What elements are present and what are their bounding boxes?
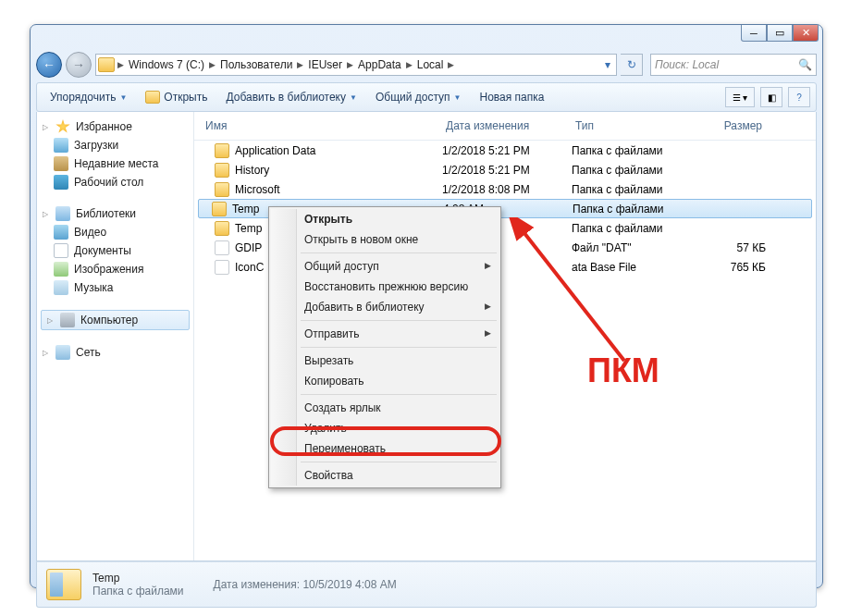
libraries-icon [55, 206, 70, 221]
help-button[interactable]: ? [788, 87, 810, 107]
chevron-right-icon[interactable]: ▶ [296, 60, 304, 69]
sidebar-network[interactable]: Сеть [37, 343, 193, 362]
sidebar-recent[interactable]: Недавние места [37, 154, 193, 173]
preview-pane-button[interactable]: ◧ [760, 87, 782, 107]
breadcrumb-seg[interactable]: Local [413, 56, 448, 73]
ctx-open-new-window[interactable]: Открыть в новом окне [271, 229, 499, 250]
table-row[interactable]: Microsoft1/2/2018 8:08 PMПапка с файлами [194, 179, 816, 199]
star-icon [55, 119, 70, 134]
col-size[interactable]: Размер [701, 117, 766, 134]
sidebar-videos[interactable]: Видео [37, 223, 193, 241]
nav-bar: ← → ▶ Windows 7 (C:) ▶ Пользователи ▶ IE… [36, 51, 817, 79]
ctx-send-to[interactable]: Отправить▶ [271, 324, 499, 344]
sidebar-favorites[interactable]: Избранное [37, 117, 193, 136]
network-icon [55, 345, 70, 360]
search-input[interactable]: Поиск: Local 🔍 [650, 54, 817, 76]
table-row[interactable]: History1/2/2018 5:21 PMПапка с файлами [194, 160, 816, 179]
address-bar[interactable]: ▶ Windows 7 (C:) ▶ Пользователи ▶ IEUser… [95, 54, 617, 76]
file-name: History [235, 164, 269, 177]
breadcrumb-seg[interactable]: IEUser [304, 56, 346, 73]
ctx-rename[interactable]: Переименовать [271, 438, 499, 459]
ctx-open[interactable]: Открыть [271, 209, 499, 229]
sidebar-music[interactable]: Музыка [37, 278, 193, 297]
organize-button[interactable]: Упорядочить▼ [43, 87, 134, 107]
details-name: Temp [92, 572, 184, 585]
file-date: 1/2/2018 8:08 PM [442, 183, 572, 196]
chevron-right-icon[interactable]: ▶ [208, 60, 216, 69]
ctx-cut[interactable]: Вырезать [271, 351, 499, 371]
annotation-label: ПКМ [587, 351, 659, 390]
sidebar-documents[interactable]: Документы [37, 241, 193, 260]
submenu-arrow-icon: ▶ [485, 302, 491, 311]
chevron-right-icon[interactable]: ▶ [405, 60, 413, 69]
file-type: Папка с файлами [573, 203, 702, 216]
file-icon [215, 260, 229, 275]
add-to-library-button[interactable]: Добавить в библиотеку▼ [218, 87, 363, 107]
column-headers[interactable]: Имя Дата изменения Тип Размер [194, 112, 816, 141]
ctx-share[interactable]: Общий доступ▶ [271, 256, 499, 277]
chevron-right-icon[interactable]: ▶ [346, 60, 354, 69]
details-type: Папка с файлами [92, 585, 184, 598]
music-icon [54, 280, 68, 295]
col-date[interactable]: Дата изменения [442, 117, 572, 134]
maximize-button[interactable]: ▭ [767, 25, 793, 42]
pictures-icon [54, 262, 68, 277]
view-mode-button[interactable]: ☰ ▾ [725, 87, 755, 107]
col-name[interactable]: Имя [202, 117, 442, 134]
chevron-down-icon: ▼ [119, 93, 127, 102]
folder-icon [215, 163, 229, 178]
details-pane: Temp Папка с файлами Дата изменения: 10/… [36, 561, 817, 608]
document-icon [54, 243, 68, 258]
file-type: Папка с файлами [572, 183, 701, 196]
minimize-button[interactable]: ─ [741, 25, 767, 42]
ctx-properties[interactable]: Свойства [271, 465, 499, 486]
downloads-icon [54, 138, 68, 153]
sidebar-desktop[interactable]: Рабочий стол [37, 173, 193, 191]
breadcrumb-seg[interactable]: AppData [354, 56, 405, 73]
col-type[interactable]: Тип [572, 117, 701, 134]
chevron-down-icon: ▼ [350, 93, 357, 102]
folder-icon [212, 202, 227, 216]
sidebar-pictures[interactable]: Изображения [37, 260, 193, 278]
sidebar: Избранное Загрузки Недавние места Рабочи… [37, 112, 194, 561]
folder-icon [215, 182, 229, 197]
chevron-right-icon[interactable]: ▶ [447, 60, 455, 69]
back-button[interactable]: ← [36, 52, 62, 78]
search-placeholder: Поиск: Local [655, 58, 719, 71]
file-name: Microsoft [235, 183, 280, 196]
video-icon [54, 225, 68, 240]
desktop-icon [54, 175, 68, 190]
submenu-arrow-icon: ▶ [485, 328, 491, 338]
table-row[interactable]: Application Data1/2/2018 5:21 PMПапка с … [194, 141, 816, 160]
file-name: Temp [232, 203, 259, 216]
sidebar-libraries[interactable]: Библиотеки [37, 204, 193, 223]
breadcrumb-seg[interactable]: Windows 7 (C:) [125, 56, 208, 73]
share-button[interactable]: Общий доступ▼ [368, 87, 469, 107]
titlebar[interactable]: ─ ▭ ✕ [31, 25, 822, 51]
sidebar-downloads[interactable]: Загрузки [37, 136, 193, 154]
recent-icon [54, 156, 68, 171]
ctx-create-shortcut[interactable]: Создать ярлык [271, 398, 499, 418]
ctx-delete[interactable]: Удалить [271, 418, 499, 438]
ctx-copy[interactable]: Копировать [271, 371, 499, 391]
file-name: Temp [235, 222, 262, 235]
file-name: Application Data [235, 144, 315, 157]
file-name: GDIP [235, 241, 262, 254]
breadcrumb-seg[interactable]: Пользователи [216, 56, 296, 73]
ctx-restore-version[interactable]: Восстановить прежнюю версию [271, 277, 499, 297]
folder-icon [215, 143, 229, 158]
file-size: 57 КБ [701, 241, 766, 254]
file-date: 1/2/2018 5:21 PM [442, 164, 572, 177]
folder-open-icon [145, 91, 160, 104]
new-folder-button[interactable]: Новая папка [472, 87, 551, 107]
chevron-down-icon[interactable]: ▾ [601, 58, 614, 71]
ctx-add-to-library[interactable]: Добавить в библиотеку▶ [271, 297, 499, 317]
file-size: 765 КБ [701, 261, 766, 274]
file-type: Папка с файлами [572, 144, 701, 157]
open-button[interactable]: Открыть [138, 87, 215, 107]
close-button[interactable]: ✕ [793, 25, 819, 42]
chevron-right-icon[interactable]: ▶ [117, 60, 125, 69]
submenu-arrow-icon: ▶ [485, 261, 491, 270]
refresh-button[interactable]: ↻ [621, 54, 643, 76]
sidebar-computer[interactable]: Компьютер [41, 310, 190, 330]
